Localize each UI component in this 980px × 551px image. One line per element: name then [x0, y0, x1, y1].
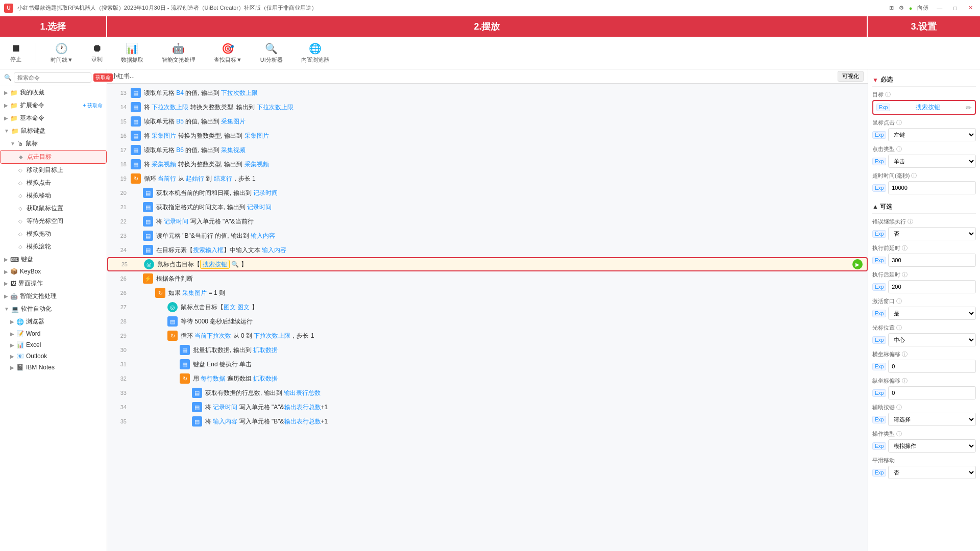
row-content: 批量抓取数据, 输出到 抓取数据 — [193, 346, 864, 355]
y-offset-text[interactable] — [888, 386, 976, 399]
row-number: 24 — [111, 247, 127, 253]
ui-analyzer-button[interactable]: 🔍 UI分析器 — [256, 40, 287, 66]
tree-item-browser[interactable]: ▶ 🌐 浏览器 — [0, 315, 107, 328]
flow-row-15[interactable]: 15 ▤ 读取单元格 B5 的值, 输出到 采集图片 — [107, 114, 868, 129]
tree-item-word[interactable]: ▶ 📝 Word — [0, 328, 107, 339]
activate-window-select[interactable]: 是否 — [888, 307, 976, 320]
row-content: 鼠标点击目标【图文 图文 】 — [181, 303, 864, 312]
item-label: 模拟拖动 — [27, 230, 51, 238]
x-offset-text[interactable] — [888, 360, 976, 373]
tree-item-mouse[interactable]: ▼ 🖱 鼠标 — [0, 137, 107, 150]
flow-row-31[interactable]: 31 ▤ 键盘 End 键执行 单击 — [107, 357, 868, 371]
tree-item-keybox[interactable]: ▶ 📦 KeyBox — [0, 266, 107, 277]
tree-item-get-mouse-pos[interactable]: ◇ 获取鼠标位置 — [0, 202, 107, 215]
help-icon: ⓘ — [902, 377, 908, 385]
minimize-btn[interactable]: — — [934, 5, 945, 11]
tree-item-outlook[interactable]: ▶ 📧 Outlook — [0, 350, 107, 362]
flow-row-28[interactable]: 28 ▤ 等待 5000 毫秒后继续运行 — [107, 314, 868, 329]
target-box[interactable]: Exp 搜索按钮 ✏ — [872, 100, 976, 115]
row-number: 33 — [111, 390, 127, 396]
flow-area: 13 ▤ 读取单元格 B4 的值, 输出到 下拉次数上限 14 ▤ 将 下拉次数… — [107, 84, 868, 551]
var-img-text: 图文 — [224, 304, 236, 311]
var-record-time: 记录时间 — [253, 189, 278, 196]
cursor-pos-select[interactable]: 中心左上右下 — [888, 333, 976, 346]
flow-row-25[interactable]: 25 ◎ 鼠标点击目标【搜索按钮 🔍 】 ▶ — [107, 257, 868, 271]
tree-item-excel[interactable]: ▶ 📊 Excel — [0, 339, 107, 350]
timeout-text-input[interactable] — [888, 181, 976, 194]
tree-item-simulate-drag[interactable]: ◇ 模拟拖动 — [0, 228, 107, 240]
tree-item-ibm-notes[interactable]: ▶ 📓 IBM Notes — [0, 362, 107, 373]
flow-row-19[interactable]: 19 ↻ 循环 当前行 从 起始行 到 结束行，步长 1 — [107, 171, 868, 186]
extract-button[interactable]: 📊 数据抓取 — [117, 40, 148, 66]
flow-row-29[interactable]: 29 ↻ 循环 当前下拉次数 从 0 到 下拉次数上限，步长 1 — [107, 329, 868, 343]
browser-button[interactable]: 🌐 内置浏览器 — [297, 40, 333, 66]
flow-row-34[interactable]: 34 ▤ 将 记录时间 写入单元格 "A"&输出表行总数+1 — [107, 400, 868, 414]
click-type-select[interactable]: 单击双击 — [888, 155, 976, 168]
flow-row-32[interactable]: 32 ↻ 用 每行数据 遍历数组 抓取数据 — [107, 371, 868, 386]
flow-row-35[interactable]: 35 ▤ 将 输入内容 写入单元格 "B"&输出表行总数+1 — [107, 414, 868, 429]
play-button[interactable]: ▶ — [852, 259, 863, 269]
var-drop-limit: 下拉次数上限 — [254, 332, 290, 339]
vis-button[interactable]: 可视化 — [838, 71, 864, 82]
flow-row-17[interactable]: 17 ▤ 读取单元格 B6 的值, 输出到 采集视频 — [107, 143, 868, 157]
flow-row-20[interactable]: 20 ▤ 获取本机当前的时间和日期, 输出到 记录时间 — [107, 186, 868, 200]
target-edit-icon[interactable]: ✏ — [966, 104, 972, 112]
record-button[interactable]: ⏺ 录制 — [87, 40, 107, 65]
flow-row-27[interactable]: 27 ◎ 鼠标点击目标【图文 图文 】 — [107, 300, 868, 314]
smooth-select[interactable]: 否是 — [888, 466, 976, 479]
row-number: 16 — [111, 133, 127, 139]
tree-item-software-auto[interactable]: ▼ 💻 软件自动化 — [0, 303, 107, 315]
tree-item-ui-ops[interactable]: ▶ 🖼 界面操作 — [0, 277, 107, 290]
search-input[interactable] — [14, 72, 91, 83]
toolbar: ⏹ 停止 🕐 时间线▼ ⏺ 录制 📊 数据抓取 🤖 智能文抢处理 🎯 查找目标▼… — [0, 37, 980, 69]
close-btn[interactable]: ✕ — [965, 5, 976, 11]
hotkey-label: 辅助按键 ⓘ — [872, 404, 976, 411]
flow-row-18[interactable]: 18 ▤ 将 采集视频 转换为整数类型, 输出到 采集视频 — [107, 157, 868, 171]
flow-row-33[interactable]: 33 ▤ 获取有数据的行总数, 输出到 输出表行总数 — [107, 386, 868, 400]
flow-row-13[interactable]: 13 ▤ 读取单元格 B4 的值, 输出到 下拉次数上限 — [107, 86, 868, 100]
tree-item-favorites[interactable]: ▶ 📁 我的收藏 — [0, 86, 107, 99]
ai-text-button[interactable]: 🤖 智能文抢处理 — [158, 40, 200, 66]
activate-window-label: 激活窗口 ⓘ — [872, 297, 976, 305]
flow-row-26-if[interactable]: 26 ↻ 如果 采集图片 = 1 则 — [107, 286, 868, 300]
tree-item-extensions[interactable]: ▶ 📁 扩展命令 + 获取命 — [0, 99, 107, 112]
stop-button[interactable]: ⏹ 停止 — [6, 40, 26, 65]
flow-row-24[interactable]: 24 ▤ 在目标元素【搜索输入框】中输入文本 输入内容 — [107, 243, 868, 257]
hotkey-select[interactable]: 请选择CtrlAltShift — [888, 413, 976, 426]
op-type-select[interactable]: 模拟操作真实操作 — [888, 439, 976, 453]
flow-row-30[interactable]: 30 ▤ 批量抓取数据, 输出到 抓取数据 — [107, 343, 868, 357]
timeline-button[interactable]: 🕐 时间线▼ — [46, 40, 77, 66]
maximize-btn[interactable]: □ — [950, 5, 960, 11]
flow-row-23[interactable]: 23 ▤ 读单元格 "B"&当前行 的值, 输出到 输入内容 — [107, 229, 868, 243]
tree-item-ai-text[interactable]: ▶ 🤖 智能文抢处理 — [0, 290, 107, 303]
tree-item-simulate-move[interactable]: ◇ 模拟移动 — [0, 189, 107, 202]
flow-row-14[interactable]: 14 ▤ 将 下拉次数上限 转换为整数类型, 输出到 下拉次数上限 — [107, 100, 868, 114]
mouse-click-select[interactable]: 左键右键中键 — [888, 128, 976, 141]
exp-badge: Exp — [872, 158, 886, 165]
tree-item-wait-cursor[interactable]: ◇ 等待光标空间 — [0, 215, 107, 228]
item-label: 基本命令 — [20, 114, 44, 122]
var-vid: 采集视频 — [221, 146, 246, 154]
exp-badge: Exp — [876, 104, 890, 111]
find-target-button[interactable]: 🎯 查找目标▼ — [210, 40, 246, 66]
error-continue-input: Exp 否是 — [872, 227, 976, 240]
tree-item-simulate-click[interactable]: ◇ 模拟点击 — [0, 177, 107, 189]
tree-item-click-target[interactable]: ◆ 点击目标 — [0, 150, 107, 164]
flow-row-16[interactable]: 16 ▤ 将 采集图片 转换为整数类型, 输出到 采集图片 — [107, 129, 868, 143]
smooth-label: 平滑移动 — [872, 457, 976, 464]
tree-item-move-to-target[interactable]: ◇ 移动到目标上 — [0, 164, 107, 177]
tree-item-simulate-scroll[interactable]: ◇ 模拟滚轮 — [0, 240, 107, 253]
flow-row-22[interactable]: 22 ▤ 将 记录时间 写入单元格 "A"&当前行 — [107, 214, 868, 229]
tree-item-basic[interactable]: ▶ 📁 基本命令 — [0, 112, 107, 124]
ai-text-icon: 🤖 — [172, 42, 185, 55]
exec-delay1-text[interactable] — [888, 254, 976, 267]
browser-label: 内置浏览器 — [301, 56, 329, 64]
exec-delay2-text[interactable] — [888, 280, 976, 293]
flow-row-26[interactable]: 26 ⚡ 根据条件判断 — [107, 271, 868, 286]
tree-item-keyboard[interactable]: ▶ ⌨ 键盘 — [0, 253, 107, 266]
ai-text-label: 智能文抢处理 — [162, 56, 195, 64]
get-more-btn[interactable]: + 获取命 — [83, 102, 103, 109]
error-continue-select[interactable]: 否是 — [888, 227, 976, 240]
flow-row-21[interactable]: 21 ▤ 获取指定格式的时间文本, 输出到 记录时间 — [107, 200, 868, 214]
tree-item-mouse-keyboard[interactable]: ▼ 📁 鼠标键盘 — [0, 124, 107, 137]
